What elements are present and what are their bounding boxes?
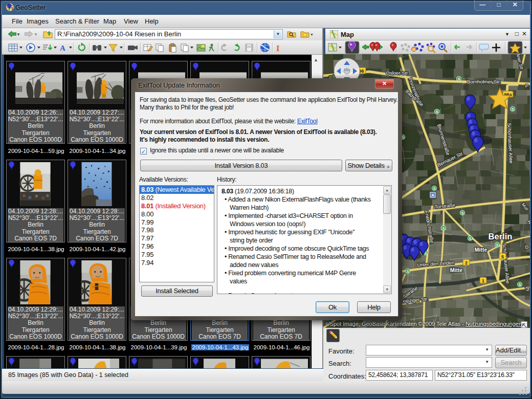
svg-text:A: A bbox=[431, 193, 434, 197]
svg-text:D: D bbox=[525, 244, 529, 250]
svg-text:P: P bbox=[525, 83, 528, 88]
svg-text:5: 5 bbox=[501, 254, 504, 259]
svg-text:⚖: ⚖ bbox=[412, 48, 415, 51]
svg-text:Mitte: Mitte bbox=[475, 247, 487, 253]
svg-text:Berlin: Berlin bbox=[489, 232, 513, 241]
svg-text:S: S bbox=[469, 236, 471, 241]
svg-text:S: S bbox=[496, 242, 498, 247]
svg-text:Bornholmer Str.: Bornholmer Str. bbox=[467, 79, 501, 84]
svg-text:S: S bbox=[442, 226, 445, 231]
svg-text:1: 1 bbox=[482, 278, 484, 283]
svg-text:S: S bbox=[435, 109, 438, 114]
svg-text:Mitte: Mitte bbox=[450, 267, 463, 273]
svg-text:Osloer Str.: Osloer Str. bbox=[386, 70, 409, 76]
svg-text:S: S bbox=[433, 186, 435, 191]
svg-text:S: S bbox=[457, 77, 460, 81]
svg-text:S: S bbox=[518, 282, 521, 287]
svg-text:A: A bbox=[60, 44, 65, 52]
svg-text:I: I bbox=[276, 43, 280, 53]
svg-text:S: S bbox=[406, 269, 409, 274]
svg-text:S: S bbox=[511, 107, 514, 112]
svg-text:2: 2 bbox=[465, 260, 468, 265]
svg-text:S: S bbox=[461, 211, 463, 215]
